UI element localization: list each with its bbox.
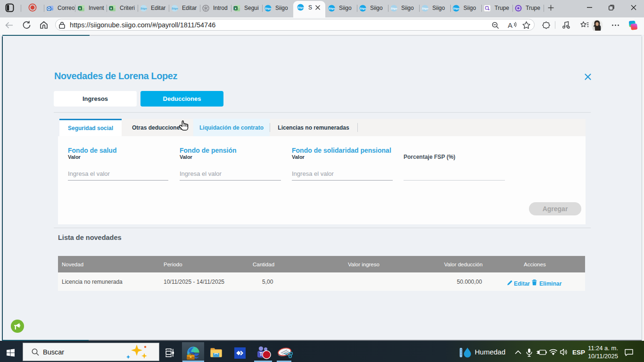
svg-text:Siigo: Siigo bbox=[140, 7, 147, 9]
svg-text:Siigo: Siigo bbox=[391, 7, 397, 9]
svg-text:A: A bbox=[508, 21, 512, 29]
svg-text:Siigo: Siigo bbox=[297, 6, 304, 9]
svg-text:Siigo: Siigo bbox=[360, 7, 366, 9]
svg-text:Siigo: Siigo bbox=[422, 7, 429, 9]
svg-text:Siigo: Siigo bbox=[172, 7, 178, 9]
svg-text:Siigo: Siigo bbox=[265, 7, 272, 9]
svg-text:T: T bbox=[259, 351, 263, 357]
svg-text:Siigo: Siigo bbox=[329, 7, 335, 9]
svg-text:Siigo: Siigo bbox=[453, 7, 460, 9]
